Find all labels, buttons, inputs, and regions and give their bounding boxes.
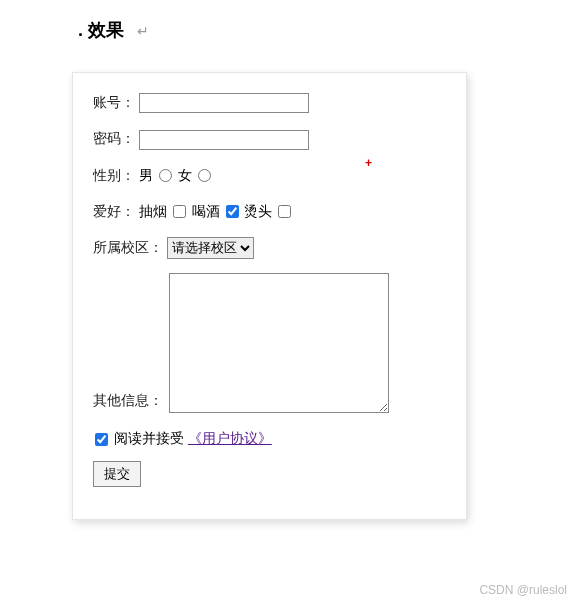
password-row: 密码： [93, 127, 446, 149]
account-label: 账号： [93, 91, 135, 113]
submit-row: 提交 [93, 461, 446, 487]
section-heading: . 效果 ↵ [0, 0, 577, 42]
campus-label: 所属校区： [93, 236, 163, 258]
agree-row: 阅读并接受 《用户协议》 [93, 427, 446, 449]
hobby-drink-checkbox[interactable] [226, 205, 239, 218]
password-label: 密码： [93, 127, 135, 149]
hobby-smoke-label: 抽烟 [139, 203, 167, 219]
gender-row: 性别： 男 女 [93, 164, 446, 186]
account-row: 账号： [93, 91, 446, 113]
hobby-perm-checkbox[interactable] [278, 205, 291, 218]
campus-row: 所属校区： 请选择校区 [93, 236, 446, 259]
gender-male-radio[interactable] [159, 169, 172, 182]
watermark: CSDN @ruleslol [479, 583, 567, 597]
submit-button[interactable]: 提交 [93, 461, 141, 487]
heading-text: . 效果 [78, 20, 124, 40]
hobby-label: 爱好： [93, 200, 135, 222]
other-row: 其他信息： [93, 273, 446, 413]
hobby-perm-label: 烫头 [244, 203, 272, 219]
return-symbol: ↵ [137, 23, 149, 39]
other-textarea[interactable] [169, 273, 389, 413]
gender-female-label: 女 [178, 167, 192, 183]
hobby-drink-label: 喝酒 [192, 203, 220, 219]
gender-label: 性别： [93, 164, 135, 186]
password-input[interactable] [139, 130, 309, 150]
campus-select[interactable]: 请选择校区 [167, 237, 254, 259]
agreement-link[interactable]: 《用户协议》 [188, 430, 272, 446]
account-input[interactable] [139, 93, 309, 113]
other-label: 其他信息： [93, 389, 163, 413]
hobby-smoke-checkbox[interactable] [173, 205, 186, 218]
form-card: 账号： 密码： 性别： 男 女 爱好： 抽烟 喝酒 烫头 所属校区： 请选择校区… [72, 72, 467, 520]
hobby-row: 爱好： 抽烟 喝酒 烫头 [93, 200, 446, 222]
gender-male-label: 男 [139, 167, 153, 183]
agree-prefix: 阅读并接受 [114, 430, 184, 446]
agree-checkbox[interactable] [95, 433, 108, 446]
gender-female-radio[interactable] [198, 169, 211, 182]
